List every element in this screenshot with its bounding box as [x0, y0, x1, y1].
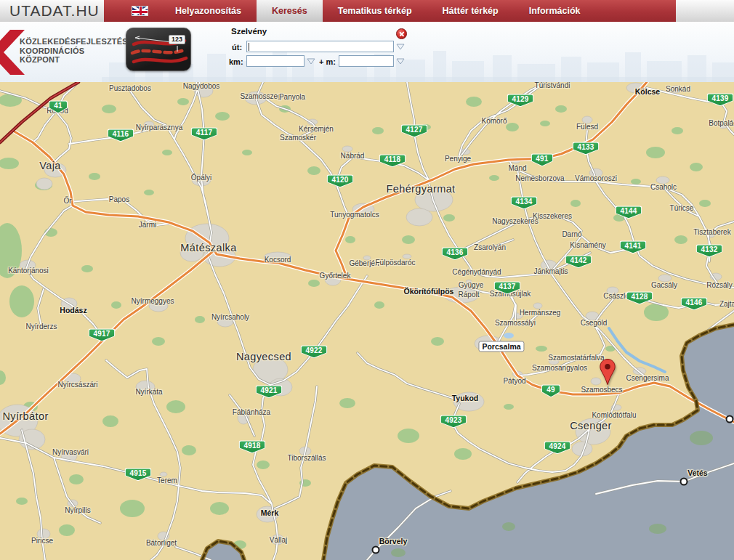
ut-label: út:: [232, 43, 242, 52]
org-name-line2: KOORDINÁCIÓS: [20, 46, 130, 56]
road-icon-badge: 123: [169, 35, 185, 44]
tab-tematikus-terkep[interactable]: Tematikus térkép: [323, 0, 427, 22]
ut-input[interactable]: [246, 41, 394, 52]
brand-logo[interactable]: UTADAT.HU: [0, 0, 104, 22]
szelveny-title: Szelvény: [231, 27, 267, 36]
tab-helyazonositas[interactable]: Helyazonosítás: [160, 0, 257, 22]
org-name-line3: KÖZPONT: [20, 55, 130, 65]
ut-dropdown-icon[interactable]: [396, 44, 405, 50]
km-label: km:: [229, 57, 243, 66]
tab-hatter-terkep[interactable]: Háttér térkép: [427, 0, 514, 22]
top-bar: UTADAT.HU Helyazonosítás Keresés Tematik…: [0, 0, 734, 22]
km-input[interactable]: [246, 55, 305, 67]
map-viewport[interactable]: VajaMátészalkaFehérgyarmatNagyecsedNyírb…: [0, 82, 734, 560]
uk-flag-icon[interactable]: [132, 6, 148, 16]
header-panel: KÖZLEKEDÉSFEJLESZTÉSI KOORDINÁCIÓS KÖZPO…: [0, 22, 734, 82]
main-nav: Helyazonosítás Keresés Tematikus térkép …: [104, 0, 676, 22]
m-dropdown-icon[interactable]: [396, 58, 405, 65]
km-dropdown-icon[interactable]: [307, 58, 315, 65]
m-input[interactable]: [339, 55, 394, 67]
org-name-line1: KÖZLEKEDÉSFEJLESZTÉSI: [20, 37, 130, 46]
m-label: + m:: [319, 57, 336, 66]
org-name: KÖZLEKEDÉSFEJLESZTÉSI KOORDINÁCIÓS KÖZPO…: [20, 37, 130, 65]
text-caret: [249, 43, 249, 51]
close-icon[interactable]: [396, 28, 407, 39]
utadat-app: UTADAT.HU Helyazonosítás Keresés Tematik…: [0, 0, 734, 560]
tab-informaciok[interactable]: Információk: [514, 0, 596, 22]
topbar-spacer: [676, 0, 734, 22]
tab-kereses[interactable]: Keresés: [257, 0, 323, 22]
map-graphics: [0, 82, 734, 560]
road-section-icon[interactable]: 123: [126, 28, 191, 71]
